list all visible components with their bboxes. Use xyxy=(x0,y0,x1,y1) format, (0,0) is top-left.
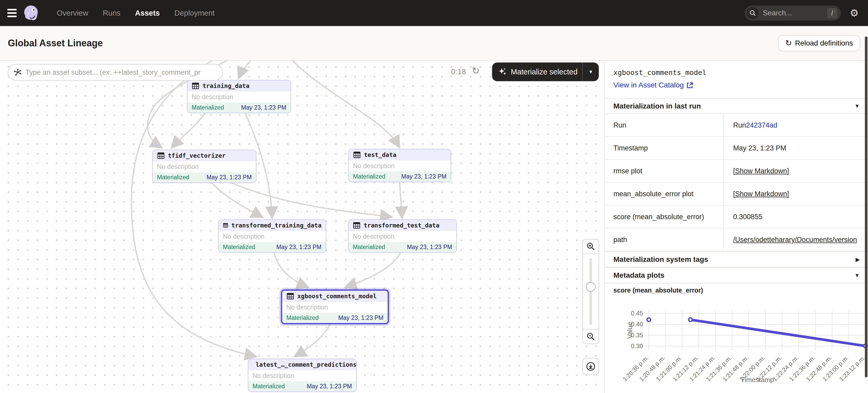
asset-node-status: Materialized May 23, 1:23 PM xyxy=(187,103,290,113)
refresh-timer: 0:18 xyxy=(451,67,466,76)
zoom-out-button[interactable] xyxy=(583,329,598,343)
reload-icon: ↻ xyxy=(785,39,792,47)
asset-node-header: transformed_test_data xyxy=(349,220,456,231)
asset-node-header: test_data xyxy=(349,150,451,160)
asset-node-description: No description xyxy=(349,231,456,242)
search-input[interactable] xyxy=(763,9,827,17)
asset-filter-box[interactable] xyxy=(8,64,223,81)
metadata-row: path /Users/odetteharary/Documents/versi… xyxy=(605,229,868,252)
svg-text:0.30: 0.30 xyxy=(631,342,643,350)
search-shortcut-badge: / xyxy=(827,8,837,18)
metadata-link[interactable]: /Users/odetteharary/Documents/version xyxy=(733,236,857,244)
asset-node-header: training_data xyxy=(187,80,290,91)
asset-graph-icon xyxy=(13,68,22,76)
table-icon xyxy=(223,222,228,229)
status-badge: Materialized xyxy=(353,243,385,251)
settings-gear-icon[interactable]: ⚙ xyxy=(850,7,859,19)
asset-node-training_data[interactable]: training_data No description Materialize… xyxy=(187,80,291,113)
asset-node-test_data[interactable]: test_data No description Materialized Ma… xyxy=(348,149,451,182)
metadata-value: 0.300855 xyxy=(724,206,868,228)
chevron-right-icon: ▶ xyxy=(856,256,860,263)
zoom-slider[interactable] xyxy=(583,254,598,329)
page-scrollbar-thumb[interactable] xyxy=(865,36,867,378)
asset-node-name: test_data xyxy=(364,152,397,158)
metadata-label: path xyxy=(605,229,724,251)
asset-node-header: tfidf_vectorizer xyxy=(153,150,256,161)
reload-definitions-button[interactable]: ↻ Reload definitions xyxy=(778,35,860,51)
metadata-row: Timestamp May 23, 1:23 PM xyxy=(605,137,868,160)
status-badge: Materialized xyxy=(252,383,285,390)
asset-node-status: Materialized May 23, 1:23 PM xyxy=(349,171,451,182)
asset-node-name: tfidf_vectorizer xyxy=(168,152,226,159)
run-id-link[interactable]: 242374ad xyxy=(746,121,777,129)
metadata-value: [Show Markdown] xyxy=(724,183,868,205)
materialization-timestamp: May 23, 1:23 PM xyxy=(407,243,452,251)
asset-node-description: No description xyxy=(219,231,326,242)
asset-node-status: Materialized May 23, 1:23 PM xyxy=(219,242,326,252)
nav-item-overview[interactable]: Overview xyxy=(57,9,88,18)
top-nav: OverviewRunsAssetsDeployment / ⚙ xyxy=(0,0,868,26)
section-metadata-plots[interactable]: Metadata plots ▼ xyxy=(605,267,868,284)
external-link-icon xyxy=(686,82,693,89)
asset-node-status: Materialized May 23, 1:23 PM xyxy=(282,313,388,323)
refresh-graph-icon[interactable]: ↻ xyxy=(472,65,479,76)
metadata-row: rmse plot [Show Markdown] xyxy=(605,160,868,183)
materialization-timestamp: May 23, 1:23 PM xyxy=(401,173,446,180)
dagster-logo-icon[interactable] xyxy=(22,4,39,22)
zoom-in-button[interactable] xyxy=(583,239,598,254)
hamburger-menu-icon[interactable] xyxy=(0,0,19,26)
metadata-link[interactable]: [Show Markdown] xyxy=(733,190,789,198)
zoom-controls xyxy=(582,239,599,344)
asset-details-panel: xgboost_comments_model View in Asset Cat… xyxy=(605,61,868,393)
materialization-timestamp: May 23, 1:23 PM xyxy=(207,174,252,181)
status-badge: Materialized xyxy=(192,104,224,111)
table-icon xyxy=(353,222,361,229)
nav-item-deployment[interactable]: Deployment xyxy=(175,9,215,18)
asset-node-transformed_test_data[interactable]: transformed_test_data No description Mat… xyxy=(348,220,457,253)
section-materialization-last-run[interactable]: Materialization in last run ▼ xyxy=(605,98,868,114)
download-icon xyxy=(586,361,596,372)
materialization-timestamp: May 23, 1:23 PM xyxy=(338,315,383,321)
asset-node-name: transformed_test_data xyxy=(364,222,439,229)
asset-node-status: Materialized May 23, 1:23 PM xyxy=(153,172,256,183)
metadata-row: Run Run 242374ad xyxy=(605,114,868,137)
svg-text:Timestamp: Timestamp xyxy=(741,376,774,384)
sparkle-icon xyxy=(498,67,507,76)
status-badge: Materialized xyxy=(223,243,255,251)
download-graph-button[interactable] xyxy=(582,358,599,375)
asset-node-status: Materialized May 23, 1:23 PM xyxy=(248,381,356,391)
asset-node-tfidf_vectorizer[interactable]: tfidf_vectorizer No description Material… xyxy=(152,150,256,183)
materialize-selected-button[interactable]: Materialize selected ▾ xyxy=(492,62,599,81)
nav-menu: OverviewRunsAssetsDeployment xyxy=(57,9,215,18)
metadata-label: rmse plot xyxy=(605,160,724,182)
asset-node-xgboost_comments_model[interactable]: xgboost_comments_model No description Ma… xyxy=(281,289,389,324)
asset-node-name: training_data xyxy=(203,83,249,89)
table-icon xyxy=(286,292,294,300)
metadata-value: [Show Markdown] xyxy=(724,160,868,182)
metadata-table: Run Run 242374adTimestamp May 23, 1:23 P… xyxy=(605,114,868,252)
svg-text:Value: Value xyxy=(626,322,634,339)
asset-node-name: transformed_training_data xyxy=(231,222,321,229)
metadata-link[interactable]: [Show Markdown] xyxy=(733,167,789,175)
asset-node-name: xgboost_comments_model xyxy=(297,293,377,300)
materialize-dropdown-caret[interactable]: ▾ xyxy=(582,62,599,81)
asset-node-transformed_training_data[interactable]: transformed_training_data No description… xyxy=(218,220,326,253)
materialization-timestamp: May 23, 1:23 PM xyxy=(276,243,321,251)
zoom-slider-handle[interactable] xyxy=(586,282,596,292)
metadata-label: Timestamp xyxy=(605,137,724,159)
metadata-label: Run xyxy=(605,114,724,136)
chart-title: score (mean_absolute_error) xyxy=(613,287,703,294)
nav-item-assets[interactable]: Assets xyxy=(135,9,160,18)
metadata-label: score (mean_absolute_error) xyxy=(605,206,724,228)
asset-filter-input[interactable] xyxy=(26,68,217,76)
score-chart: 0.450.400.350.301:20:36 p.m.1:20:48 p.m.… xyxy=(605,296,868,393)
table-icon xyxy=(157,152,165,160)
section-materialization-system-tags[interactable]: Materialization system tags ▶ xyxy=(605,252,868,267)
asset-graph-pane[interactable]: training_data No description Materialize… xyxy=(0,61,604,393)
metadata-row: mean_absolute_error plot [Show Markdown] xyxy=(605,183,868,206)
view-in-asset-catalog-link[interactable]: View in Asset Catalog xyxy=(613,81,693,89)
nav-item-runs[interactable]: Runs xyxy=(103,9,121,18)
global-search[interactable]: / xyxy=(745,5,841,21)
asset-node-latest_…_comment_predictions[interactable]: latest_…_comment_predictions No descript… xyxy=(248,359,357,392)
metadata-value: /Users/odetteharary/Documents/version xyxy=(724,229,868,251)
